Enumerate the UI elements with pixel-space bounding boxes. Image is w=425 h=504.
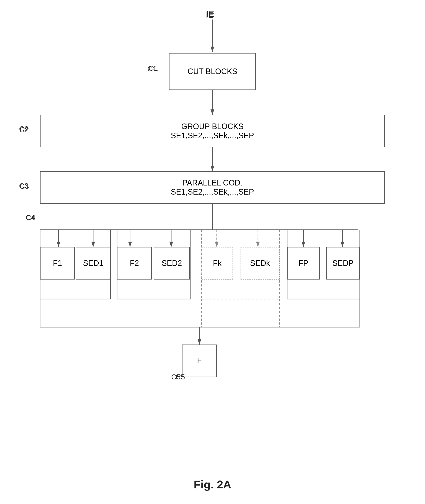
figure-caption: Fig. 2A [0, 478, 425, 491]
diagram-container: IE CUT BLOCKS GROUP BLOCKS SE1,SE2,...,S… [0, 0, 425, 504]
f-node: F [182, 345, 217, 377]
fp-node: FP [287, 247, 320, 279]
c5-text: C5 [171, 373, 180, 381]
c4-text: C4 [26, 213, 35, 222]
parallel-cod-node: PARALLEL COD. SE1,SE2,...,SEk,...,SEP [40, 171, 385, 204]
f1-node: F1 [40, 247, 75, 279]
fk-node: Fk [202, 247, 233, 279]
c1-text: C1 [147, 65, 157, 73]
f2-node: F2 [117, 247, 152, 279]
sedp-node: SEDP [326, 247, 360, 279]
c2-text: C2 [19, 125, 28, 133]
sed2-node: SED2 [154, 247, 190, 279]
c3-text: C3 [19, 182, 28, 190]
cut-blocks-node: CUT BLOCKS [169, 53, 256, 90]
sedk-node: SEDk [240, 247, 279, 279]
ie-text: IE [206, 9, 215, 19]
sed1-node: SED1 [76, 247, 111, 279]
group-blocks-node: GROUP BLOCKS SE1,SE2,...,SEk,...,SEP [40, 115, 385, 147]
